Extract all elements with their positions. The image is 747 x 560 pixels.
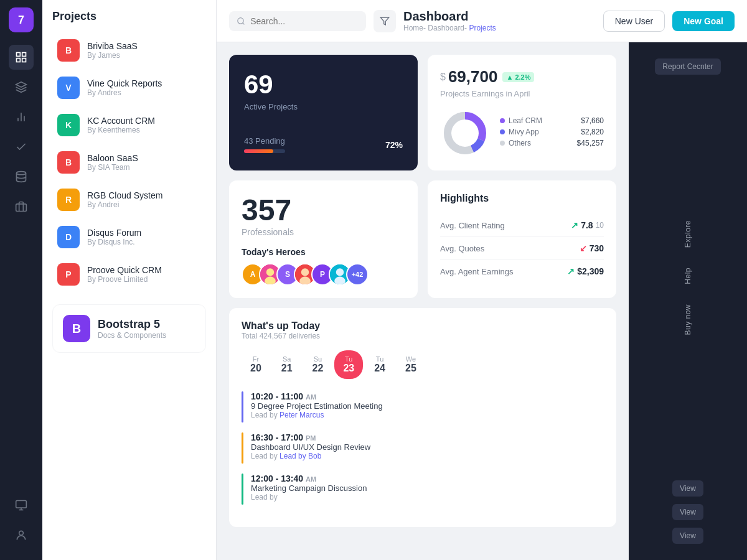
professionals-label: Professionals <box>242 227 405 237</box>
earnings-top: $ 69,700 ▲ 2.2% <box>440 67 604 86</box>
view-button-2[interactable]: View <box>672 504 703 520</box>
legend-val-3: $45,257 <box>577 139 604 147</box>
calendar-day[interactable]: Su22 <box>304 350 332 379</box>
project-item[interactable]: K KC Account CRM By Keenthemes <box>52 108 206 142</box>
svg-point-26 <box>299 277 311 286</box>
highlight-label-2: Avg. Quotes <box>440 244 484 253</box>
svg-point-22 <box>266 268 274 276</box>
highlight-row-2: Avg. Quotes ↙ 730 <box>440 237 604 260</box>
project-item[interactable]: P Proove Quick CRM By Proove Limited <box>52 257 206 292</box>
highlight-label-3: Avg. Agent Earnings <box>440 267 514 276</box>
project-name: Baloon SaaS <box>87 153 138 163</box>
event-details: 12:00 - 13:40 AM Marketing Campaign Disc… <box>251 474 367 502</box>
legend-item-2: Mivy App <box>500 128 542 136</box>
search-icon <box>237 16 245 26</box>
sidebar-icons: 7 <box>0 0 42 560</box>
project-by: By Andres <box>87 88 162 97</box>
project-item[interactable]: B Briviba SaaS By James <box>52 33 206 68</box>
svg-rect-0 <box>17 53 21 57</box>
project-item[interactable]: D Disqus Forum By Disqus Inc. <box>52 220 206 254</box>
project-logo: D <box>57 226 80 248</box>
calendar-day[interactable]: Tu23 <box>334 350 363 379</box>
project-item[interactable]: B Baloon SaaS By SIA Team <box>52 145 206 180</box>
breadcrumb-current: Projects <box>469 24 496 32</box>
svg-line-15 <box>243 22 245 24</box>
event-bar <box>242 474 243 505</box>
project-info: Vine Quick Reports By Andres <box>87 78 162 97</box>
calendar-day[interactable]: Tu24 <box>365 350 394 379</box>
event-name: 9 Degree Project Estimation Meeting <box>251 401 383 411</box>
projects-title: Projects <box>52 10 206 23</box>
project-info: Disqus Forum By Disqus Inc. <box>87 228 141 246</box>
sidebar-item-briefcase[interactable] <box>9 194 34 219</box>
earnings-badge: ▲ 2.2% <box>502 72 534 82</box>
highlight-row-3: Avg. Agent Earnings ↗ $2,309 <box>440 260 604 282</box>
project-name: Vine Quick Reports <box>87 78 162 88</box>
project-name: Briviba SaaS <box>87 41 138 51</box>
calendar-day[interactable]: Sa21 <box>273 350 301 379</box>
avatar-plus: +42 <box>346 263 369 286</box>
sidebar-avatar[interactable]: 7 <box>9 7 34 32</box>
legend-label-2: Mivy App <box>509 128 539 136</box>
highlights-title: Highlights <box>440 193 604 204</box>
highlight-val-1: ↗ 7.8 10 <box>571 220 604 230</box>
event-time: 16:30 - 17:00 PM <box>251 432 370 442</box>
svg-point-25 <box>301 268 309 276</box>
project-logo: B <box>57 151 80 174</box>
active-projects-label: Active Projects <box>244 102 403 111</box>
project-item[interactable]: V Vine Quick Reports By Andres <box>52 70 206 105</box>
sidebar-item-stack[interactable] <box>9 164 34 189</box>
page-title: Dashboard <box>403 9 596 24</box>
active-projects-count: 69 <box>244 70 403 100</box>
view-button-3[interactable]: View <box>672 528 703 544</box>
event-lead-link[interactable]: Peter Marcus <box>280 411 324 419</box>
progress-bar-fill <box>244 149 273 153</box>
report-center-button[interactable]: Report Cecnter <box>655 58 720 75</box>
explore-tab[interactable]: Explore <box>679 210 697 258</box>
day-num: 24 <box>374 363 385 374</box>
calendar-day[interactable]: Fr20 <box>242 350 270 379</box>
event-item: 12:00 - 13:40 AM Marketing Campaign Disc… <box>242 474 604 505</box>
new-goal-button[interactable]: New Goal <box>672 11 735 31</box>
event-lead-link[interactable]: Lead by Bob <box>280 452 321 460</box>
event-ampm: AM <box>306 393 316 401</box>
filter-button[interactable] <box>374 10 396 32</box>
search-input[interactable] <box>250 16 359 26</box>
project-info: RGB Cloud System By Andrei <box>87 190 162 209</box>
new-user-button[interactable]: New User <box>603 11 665 32</box>
event-time: 12:00 - 13:40 AM <box>251 474 367 483</box>
arrow-down-2: ↙ <box>580 243 587 253</box>
help-tab[interactable]: Help <box>679 258 697 294</box>
view-button-1[interactable]: View <box>672 480 703 497</box>
legend-dot-1 <box>500 118 505 123</box>
calendar-day[interactable]: We25 <box>397 350 425 379</box>
event-bar <box>242 391 243 422</box>
sidebar-item-chart[interactable] <box>9 105 34 129</box>
buy-now-tab[interactable]: Buy now <box>679 294 697 345</box>
highlight-val-3: ↗ $2,309 <box>567 266 604 276</box>
sidebar-item-layers[interactable] <box>9 75 34 100</box>
legend-label-3: Others <box>509 139 531 147</box>
cards-row-1: 69 Active Projects 43 Pending 72% <box>229 55 616 170</box>
donut-chart <box>440 108 490 158</box>
legend-val-2: $2,820 <box>577 128 604 136</box>
svg-point-29 <box>334 277 345 286</box>
day-num: 20 <box>250 363 261 374</box>
sidebar-item-bottom1[interactable] <box>9 493 34 518</box>
bootstrap-badge[interactable]: B Bootstrap 5 Docs & Components <box>52 304 206 353</box>
sidebar-item-bottom2[interactable] <box>9 523 34 548</box>
sidebar-item-check[interactable] <box>9 134 34 159</box>
whats-up-sub: Total 424,567 deliveries <box>242 332 604 340</box>
calendar-card: What's up Today Total 424,567 deliveries… <box>229 308 616 527</box>
svg-rect-2 <box>17 58 21 62</box>
day-name: We <box>406 355 416 363</box>
event-ampm: AM <box>306 475 316 483</box>
project-logo: V <box>57 77 80 99</box>
project-by: By SIA Team <box>87 163 138 172</box>
search-box[interactable] <box>229 11 366 31</box>
svg-point-28 <box>336 268 344 276</box>
donut-area: Leaf CRM Mivy App Others <box>440 108 604 158</box>
sidebar-item-grid[interactable] <box>9 45 34 70</box>
day-name: Tu <box>376 355 383 363</box>
project-item[interactable]: R RGB Cloud System By Andrei <box>52 182 206 217</box>
